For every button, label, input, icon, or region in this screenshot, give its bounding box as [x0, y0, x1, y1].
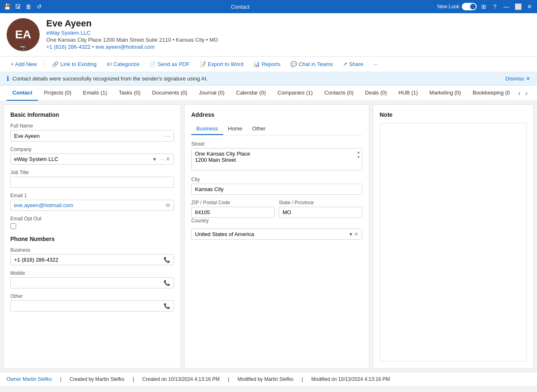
dismiss-icon: ✕	[526, 76, 530, 82]
toggle-knob	[470, 4, 476, 9]
phone-section-title: Phone Numbers	[10, 236, 174, 242]
new-look-toggle[interactable]: New Look	[437, 3, 477, 10]
export-word-button[interactable]: 📝 Export to Word	[195, 59, 247, 69]
add-new-button[interactable]: + Add New	[7, 59, 41, 69]
street-arrow-down[interactable]: ▼	[356, 155, 361, 160]
chevron-down-icon[interactable]: ▾	[153, 156, 156, 162]
tab-companies[interactable]: Companies (1)	[272, 85, 318, 101]
maximize-button[interactable]: ⬜	[514, 2, 522, 11]
camera-icon[interactable]: 📷	[20, 45, 26, 50]
contact-phone[interactable]: +1 (816) 286-4322	[46, 44, 90, 50]
dismiss-button[interactable]: Dismiss ✕	[506, 76, 531, 82]
save-icon[interactable]: 💾	[3, 3, 11, 10]
company-options-icon[interactable]: ···	[159, 156, 164, 162]
owner-link[interactable]: Owner Martin Stefko	[7, 376, 52, 382]
reports-button[interactable]: 📊 Reports	[249, 59, 285, 69]
tab-deals[interactable]: Deals (0)	[359, 85, 393, 101]
full-name-options-icon[interactable]: ···	[165, 132, 170, 139]
send-pdf-label: Send as PDF	[158, 61, 190, 67]
new-look-label: New Look	[437, 4, 459, 9]
help-button[interactable]: ?	[491, 2, 499, 11]
company-label: Company	[10, 146, 174, 152]
avatar-initials: EA	[15, 28, 31, 41]
email-opt-out-checkbox[interactable]	[10, 223, 16, 229]
state-input[interactable]	[279, 207, 362, 218]
delete-icon[interactable]: 🗑	[25, 3, 32, 10]
separator-3: |	[228, 376, 229, 382]
mobile-phone-field: 📞	[10, 277, 174, 288]
city-label: City	[191, 177, 362, 182]
nav-icon[interactable]: ⊞	[480, 3, 487, 10]
country-input[interactable]	[195, 231, 349, 237]
business-phone-group: Business 📞	[10, 247, 174, 265]
note-title: Note	[380, 111, 527, 118]
modified-on-info: Modified on 10/13/2024 4:13:16 PM	[311, 376, 390, 382]
country-label: Country	[191, 218, 362, 224]
business-phone-input[interactable]	[14, 257, 164, 263]
tabs-next-button[interactable]: ›	[523, 88, 530, 99]
tab-contact[interactable]: Contact	[7, 85, 38, 101]
full-name-input[interactable]	[14, 133, 164, 139]
tabs-bar: Contact Projects (0) Emails (1) Tasks (0…	[0, 85, 537, 101]
tabs-prev-button[interactable]: ‹	[516, 88, 523, 99]
note-textarea[interactable]	[380, 123, 527, 361]
close-button[interactable]: ✕	[525, 2, 534, 11]
chat-teams-button[interactable]: 💬 Chat in Teams	[286, 59, 337, 69]
save-all-icon[interactable]: 🖫	[14, 3, 21, 10]
categorize-button[interactable]: 🏷 Categorize	[102, 59, 144, 69]
business-phone-label: Business	[10, 247, 174, 253]
share-icon: ↗	[343, 61, 347, 67]
main-content: Basic Information Full Name ··· Company …	[0, 101, 537, 372]
tab-calendar[interactable]: Calendar (0)	[230, 85, 272, 101]
city-input[interactable]	[191, 184, 362, 195]
more-label: ···	[373, 61, 378, 67]
tab-emails[interactable]: Emails (1)	[77, 85, 113, 101]
tab-bookkeeping[interactable]: Bookkeeping (0	[467, 85, 516, 101]
toggle-switch[interactable]	[462, 3, 477, 10]
refresh-icon[interactable]: ↺	[36, 3, 43, 10]
company-field: ▾ ··· ✕	[10, 153, 174, 165]
full-name-label: Full Name	[10, 123, 174, 129]
country-clear-icon[interactable]: ✕	[354, 231, 359, 237]
address-tab-other[interactable]: Other	[247, 123, 271, 135]
contact-info: Eve Ayeen eWay System LLC One Kansas Cit…	[46, 18, 218, 50]
send-pdf-button[interactable]: 📄 Send as PDF	[145, 59, 194, 69]
tab-marketing[interactable]: Marketing (0)	[424, 85, 467, 101]
address-title: Address	[191, 111, 362, 118]
country-chevron-icon[interactable]: ▾	[349, 231, 352, 237]
share-button[interactable]: ↗ Share	[339, 59, 368, 69]
owner-info: Owner Martin Stefko	[7, 376, 52, 382]
other-phone-input[interactable]	[14, 303, 164, 309]
city-group: City	[191, 177, 362, 195]
contact-email[interactable]: eve.ayeen@hotmail.com	[95, 44, 154, 50]
avatar: EA 📷	[7, 18, 40, 51]
job-title-input[interactable]	[14, 179, 170, 185]
export-word-label: Export to Word	[208, 61, 243, 67]
zip-input[interactable]	[191, 207, 275, 218]
email1-input[interactable]	[14, 202, 166, 208]
company-input[interactable]	[14, 156, 153, 162]
zip-state-row: ZIP / Postal Code State / Province	[191, 200, 362, 218]
street-input[interactable]: One Kansas City Place 1200 Main Street	[191, 148, 362, 170]
street-group: Street One Kansas City Place 1200 Main S…	[191, 141, 362, 172]
street-arrow-up[interactable]: ▲	[356, 150, 361, 155]
tab-journal[interactable]: Journal (0)	[193, 85, 230, 101]
tab-contacts[interactable]: Contacts (0)	[318, 85, 359, 101]
tab-documents[interactable]: Documents (0)	[146, 85, 193, 101]
more-button[interactable]: ···	[369, 59, 382, 69]
contact-company[interactable]: eWay System LLC	[46, 30, 218, 36]
basic-info-panel: Basic Information Full Name ··· Company …	[3, 104, 181, 368]
title-bar-right: New Look ⊞ ? — ⬜ ✕	[437, 2, 534, 11]
categorize-icon: 🏷	[107, 61, 112, 67]
company-clear-icon[interactable]: ✕	[166, 156, 170, 162]
minimize-button[interactable]: —	[502, 2, 511, 11]
mobile-phone-input[interactable]	[14, 280, 164, 286]
link-existing-button[interactable]: 🔗 Link to Existing	[48, 59, 100, 69]
address-tab-business[interactable]: Business	[191, 123, 223, 135]
address-tab-home[interactable]: Home	[223, 123, 247, 135]
tab-projects[interactable]: Projects (0)	[38, 85, 77, 101]
tab-hub[interactable]: HUB (1)	[393, 85, 424, 101]
tab-tasks[interactable]: Tasks (0)	[113, 85, 146, 101]
email-envelope-icon: ✉	[166, 202, 170, 208]
title-bar-controls: 💾 🖫 🗑 ↺	[3, 3, 43, 10]
